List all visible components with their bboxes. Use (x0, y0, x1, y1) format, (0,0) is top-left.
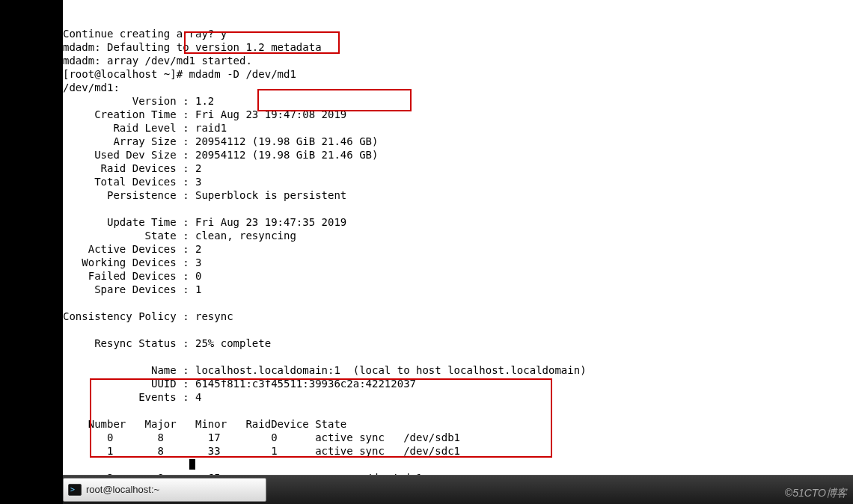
terminal-icon (68, 484, 82, 496)
watermark: ©51CTO博客 (785, 486, 847, 500)
taskbar-item-terminal[interactable]: root@localhost:~ (63, 478, 266, 502)
terminal-window[interactable]: Continue creating array? y mdadm: Defaul… (63, 0, 853, 476)
taskbar-item-label: root@localhost:~ (86, 483, 159, 497)
taskbar: root@localhost:~ (63, 475, 853, 504)
text-cursor (189, 459, 195, 470)
terminal-output: Continue creating array? y mdadm: Defaul… (63, 27, 853, 498)
